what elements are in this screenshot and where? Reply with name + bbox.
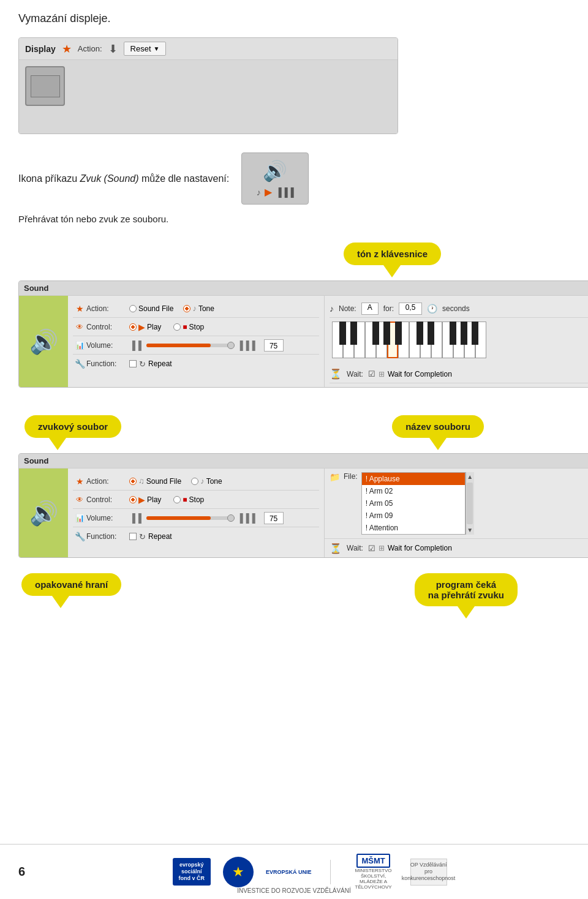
icon-section: Ikona příkazu Zvuk (Sound) může dle nast… <box>18 152 570 205</box>
wait-completion-label-2: Wait for Completion <box>388 544 452 552</box>
scrollbar-track[interactable] <box>467 483 473 524</box>
reset-label: Reset <box>130 44 151 53</box>
file-item-0[interactable]: ! Applause <box>362 473 465 485</box>
wrench-icon-2: 🔧 <box>73 532 86 541</box>
scrollbar-down-arrow[interactable]: ▼ <box>466 525 474 535</box>
sound-panel-1: Sound 🔊 ★ Action: Sound File <box>18 280 588 388</box>
sound-panel-1-right: ♪ Note: A for: 0,5 🕐 seconds <box>324 296 588 387</box>
radio-play-2[interactable]: ▶ Play <box>129 495 161 505</box>
volume-thumb-1[interactable] <box>227 342 235 349</box>
piano-key-e[interactable] <box>354 322 365 358</box>
esf-logo: evropskýsociálnífond v ČR <box>173 858 211 885</box>
bubble-row-2: zvukový soubor název souboru <box>18 415 570 450</box>
volume-controls-1: ▐▐ ▐▐▐ 75 <box>129 339 319 352</box>
checkbox-sq-2 <box>129 533 137 540</box>
action-row-2: ★ Action: ♫ Sound File ♪ Tone <box>73 472 319 491</box>
sound-panel-2-content: ★ Action: ♫ Sound File ♪ Tone <box>68 468 324 557</box>
file-scrollbar[interactable]: ▲ ▼ <box>466 472 474 535</box>
piano-keys <box>332 322 486 361</box>
piano-key-b[interactable] <box>398 322 409 358</box>
sound-controls-row: ♪ ▶ ▐▐▐ <box>257 186 294 198</box>
file-item-1[interactable]: ! Arm 02 <box>362 485 465 497</box>
piano-key-c2[interactable] <box>409 322 420 358</box>
sound-file-label-2: Sound File <box>146 477 181 486</box>
for-input-1[interactable]: 0,5 <box>399 303 422 315</box>
repeat-label-2: Repeat <box>148 532 172 541</box>
bars-icon: ▐▐▐ <box>276 187 294 197</box>
radio-sound-file-2[interactable]: ♫ Sound File <box>129 476 181 486</box>
action-label: Action: <box>78 44 102 53</box>
radio-sound-file-1[interactable]: Sound File <box>129 304 173 313</box>
piano-key-g[interactable] <box>376 322 387 358</box>
volume-icon: 📊 <box>73 341 86 350</box>
reset-button[interactable]: Reset ▼ <box>124 42 167 56</box>
piano-key-a2[interactable] <box>464 322 475 358</box>
play-icon-2: ▶ <box>138 322 145 332</box>
speaker-icon-2: 🔊 <box>29 328 58 355</box>
bars-right-icon-2: ▐▐▐ <box>237 513 255 523</box>
sound-panel-2-body: 🔊 ★ Action: ♫ Sound File <box>19 468 588 557</box>
piano-key-f2[interactable] <box>442 322 453 358</box>
scrollbar-up-arrow[interactable]: ▲ <box>466 472 474 481</box>
sound-panel-2-right: 📁 File: ! Applause ! Arm 02 ! Arm 05 ! A… <box>324 468 588 557</box>
play-icon: ▶ <box>265 186 272 198</box>
repeat-icon-2: ↻ <box>139 532 146 541</box>
file-item-3[interactable]: ! Arm 09 <box>362 510 465 522</box>
star-icon: ★ <box>62 42 72 56</box>
control-label-2: Control: <box>86 495 129 504</box>
radio-stop-1[interactable]: ■ Stop <box>173 323 204 331</box>
piano-key-g2[interactable] <box>453 322 464 358</box>
piano-key-c[interactable] <box>332 322 343 358</box>
function-controls-2: ↻ Repeat <box>129 532 319 541</box>
footer: 6 evropskýsociálnífond v ČR ★ EVROPSKÁ U… <box>0 844 588 899</box>
note-input-1[interactable]: A <box>361 303 379 315</box>
stop-icon-2: ■ <box>183 495 187 504</box>
eu-label-wrap: EVROPSKÁ UNIE <box>266 869 312 875</box>
radio-play-1[interactable]: ▶ Play <box>129 322 161 332</box>
repeat-label-1: Repeat <box>148 359 172 368</box>
piano-key-d2[interactable] <box>420 322 431 358</box>
volume-label-1: Volume: <box>86 341 129 350</box>
radio-dot-play-1 <box>129 323 137 331</box>
piano-key-f[interactable] <box>365 322 376 358</box>
radio-dot-play-2 <box>129 496 137 503</box>
op-logo: OP Vzdělávánípro konkurenceschopnost <box>410 859 447 886</box>
music-icon-1: ♪ <box>192 304 197 313</box>
volume-track-1[interactable] <box>146 344 232 347</box>
file-item-2[interactable]: ! Arm 05 <box>362 497 465 510</box>
zvukovy-bubble: zvukový soubor <box>24 415 121 438</box>
volume-value-2: 75 <box>264 512 284 524</box>
investice-text: INVESTICE DO ROZVOJE VZDĚLÁVÁNÍ <box>237 887 351 894</box>
volume-track-2[interactable] <box>146 516 232 520</box>
file-col-label: File: <box>344 472 358 481</box>
file-item-4[interactable]: ! Attention <box>362 522 465 534</box>
repeat-checkbox-1[interactable]: ↻ Repeat <box>129 359 172 369</box>
function-controls-1: ↻ Repeat <box>129 359 319 369</box>
piano-key-a[interactable] <box>387 322 398 358</box>
file-list[interactable]: ! Applause ! Arm 02 ! Arm 05 ! Arm 09 ! … <box>361 472 466 535</box>
radio-stop-2[interactable]: ■ Stop <box>173 495 204 504</box>
speaker-icon-3: 🔊 <box>29 500 58 527</box>
piano-keyboard[interactable] <box>332 322 586 361</box>
radio-tone-1[interactable]: ♪ Tone <box>183 304 214 313</box>
piano-key-e2[interactable] <box>431 322 442 358</box>
op-text: OP Vzdělávánípro konkurenceschopnost <box>402 862 456 881</box>
wait-icon-2: ⏳ <box>330 543 342 554</box>
opakovane-callout-wrap: opakované hraní <box>21 573 121 619</box>
piano-key-b2[interactable] <box>475 322 486 358</box>
radio-tone-2[interactable]: ♪ Tone <box>191 476 222 486</box>
sound-panel-1-content: ★ Action: Sound File ♪ Tone <box>68 296 324 387</box>
wait-label-2: Wait: <box>347 544 363 552</box>
volume-thumb-2[interactable] <box>227 514 235 522</box>
page-title: Vymazání displeje. <box>18 12 570 25</box>
sound-panel-1-header: Sound <box>19 281 588 296</box>
wait-icon-1: ⏳ <box>330 368 342 380</box>
action-controls-1: Sound File ♪ Tone <box>129 304 319 313</box>
piano-key-d[interactable] <box>343 322 354 358</box>
sound-file-label-1: Sound File <box>138 304 173 313</box>
sound-panel-1-icon: 🔊 <box>19 296 68 387</box>
repeat-checkbox-2[interactable]: ↻ Repeat <box>129 532 172 541</box>
function-row-2: 🔧 Function: ↻ Repeat <box>73 527 319 546</box>
stop-icon: ■ <box>183 323 187 331</box>
radio-dot-soundfile-2 <box>129 478 137 485</box>
